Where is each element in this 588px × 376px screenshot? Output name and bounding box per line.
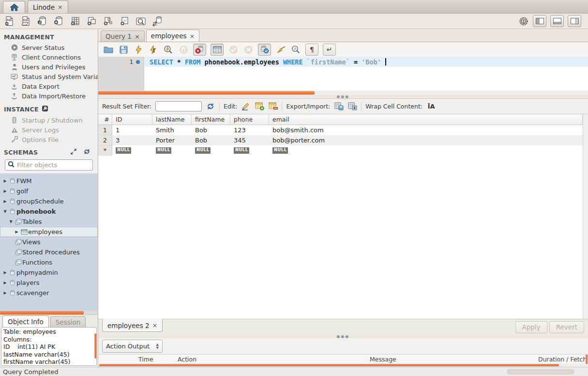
toggle-left-panel-button[interactable] [533, 15, 546, 27]
new-sql-tab-icon[interactable]: SQL [4, 16, 15, 27]
find-icon[interactable]: A [290, 44, 301, 55]
limit-rows-button[interactable] [211, 44, 224, 56]
import-records-icon[interactable] [347, 102, 357, 111]
chevron-right-icon[interactable]: ▶ [2, 189, 8, 193]
close-icon[interactable]: × [58, 4, 63, 10]
sidebar-item-startup-shutdown[interactable]: Startup / Shutdown [0, 115, 98, 125]
sidebar-item-data-import[interactable]: Data Import/Restore [0, 91, 98, 101]
execute-current-statement-icon[interactable] [148, 44, 159, 55]
chevron-down-icon[interactable]: ▼ [2, 209, 8, 214]
column-header-phone[interactable]: phone [230, 114, 269, 125]
create-function-icon[interactable]: () [119, 16, 130, 27]
cell-lastname[interactable]: Porter [152, 135, 192, 145]
tree-item-table-employees[interactable]: ▶ employees [0, 227, 98, 237]
scrollbar-thumb[interactable] [94, 333, 96, 359]
search-table-data-icon[interactable] [136, 16, 146, 27]
delete-row-icon[interactable] [268, 102, 278, 111]
open-sql-script-icon[interactable]: SQL [20, 16, 31, 27]
chevron-down-icon[interactable]: ▼ [8, 219, 14, 224]
null-badge[interactable]: NULL [234, 147, 249, 154]
null-badge[interactable]: NULL [156, 147, 171, 154]
editor-horizontal-scrollbar[interactable] [98, 91, 588, 95]
output-col-action[interactable]: Action [175, 355, 367, 364]
sidebar-item-options-file[interactable]: Options File [0, 135, 98, 144]
toggle-autocommit-button[interactable] [258, 44, 271, 56]
cell-firstname[interactable]: Bob [192, 125, 230, 135]
toggle-word-wrap-button[interactable]: ↵ [323, 44, 336, 56]
inspect-database-icon[interactable]: i [37, 16, 47, 27]
home-tab[interactable] [3, 1, 25, 13]
add-row-icon[interactable] [255, 102, 264, 111]
column-header-email[interactable]: email [269, 114, 583, 125]
wrap-cell-content-icon[interactable]: ĪA [426, 102, 436, 111]
tab-employees[interactable]: employees × [146, 30, 200, 42]
tree-item-schema[interactable]: ▶ players [0, 278, 98, 288]
settings-gear-icon[interactable] [518, 16, 529, 27]
results-output-splitter[interactable]: ●●● [98, 335, 588, 338]
editor-results-splitter[interactable]: ●●● [98, 95, 588, 98]
scrollbar-thumb[interactable] [98, 91, 315, 94]
new-row-marker[interactable]: * [98, 145, 112, 156]
explain-query-icon[interactable] [163, 44, 174, 55]
revert-button[interactable]: Revert [549, 321, 584, 333]
close-icon[interactable]: × [135, 33, 140, 40]
chevron-right-icon[interactable]: ▶ [14, 230, 20, 234]
beautify-script-icon[interactable] [275, 44, 286, 55]
tree-item-schema[interactable]: ▶ scavenger [0, 288, 98, 298]
null-badge[interactable]: NULL [116, 147, 131, 154]
cell-email[interactable]: bob@porter.com [269, 135, 583, 145]
create-schema-icon[interactable] [53, 16, 64, 27]
refresh-schemas-icon[interactable] [84, 149, 90, 156]
output-type-select[interactable]: Action Output ▲▼ [102, 340, 163, 353]
show-invisibles-button[interactable]: ¶ [305, 44, 318, 56]
cell-phone[interactable]: 345 [230, 135, 269, 145]
sidebar-item-data-export[interactable]: Data Export [0, 81, 98, 91]
execute-query-icon[interactable] [133, 44, 144, 55]
cell-firstname[interactable]: Bob [192, 135, 230, 145]
save-icon[interactable] [118, 44, 129, 55]
apply-button[interactable]: Apply [515, 321, 547, 333]
sql-code-editor[interactable]: 1 SELECT * FROM phonebook.employees WHER… [98, 57, 588, 91]
tree-item-functions[interactable]: Functions [0, 257, 98, 267]
column-header-firstname[interactable]: firstName [192, 114, 230, 125]
chevron-right-icon[interactable]: ▶ [2, 179, 8, 183]
cell-id[interactable]: 3 [112, 135, 152, 145]
sql-statement[interactable]: SELECT * FROM phonebook.employees WHERE … [150, 57, 386, 67]
row-number[interactable]: 2 [98, 135, 112, 145]
rollback-icon[interactable] [243, 44, 254, 55]
column-header-id[interactable]: ID [112, 114, 152, 125]
cell-email[interactable]: bob@smith.com [269, 125, 583, 135]
scrollbar-thumb[interactable] [586, 355, 588, 364]
close-icon[interactable]: × [152, 322, 158, 329]
sidebar-item-client-connections[interactable]: Client Connections [0, 52, 98, 62]
cell-lastname[interactable]: Smith [152, 125, 192, 135]
sidebar-item-server-status[interactable]: Server Status [0, 43, 98, 52]
column-header-rownum[interactable]: # [98, 114, 112, 125]
tab-query-1[interactable]: Query 1 × [101, 31, 145, 42]
stop-query-icon[interactable] [178, 44, 189, 55]
result-filter-input[interactable] [155, 101, 202, 111]
toggle-bottom-panel-button[interactable] [550, 15, 564, 27]
connection-tab[interactable]: Linode × [28, 0, 68, 13]
cell-id[interactable]: 1 [112, 125, 152, 135]
tree-item-views[interactable]: Views [0, 237, 98, 247]
chevron-right-icon[interactable]: ▶ [2, 291, 8, 295]
grid-vertical-scrollbar[interactable] [583, 114, 588, 319]
status-scrollbar-thumb[interactable] [507, 369, 574, 375]
scrollbar-thumb[interactable] [0, 311, 84, 314]
sidebar-item-status-system-variables[interactable]: Status and System Variables [0, 72, 98, 81]
tree-item-stored-procedures[interactable]: Stored Procedures [0, 247, 98, 257]
tree-item-schema[interactable]: ▶ groupSchedule [0, 196, 98, 206]
chevron-right-icon[interactable]: ▶ [2, 199, 8, 204]
create-table-icon[interactable] [70, 16, 80, 27]
chevron-right-icon[interactable]: ▶ [2, 281, 8, 285]
chevron-right-icon[interactable]: ▶ [2, 270, 8, 275]
expand-panel-icon[interactable] [71, 149, 76, 156]
tab-session[interactable]: Session [50, 316, 86, 327]
tree-item-tables[interactable]: ▼ Tables [0, 217, 98, 227]
data-transfer-icon[interactable] [152, 16, 163, 27]
sidebar-horizontal-scrollbar[interactable] [0, 311, 98, 314]
export-recordset-icon[interactable] [334, 102, 344, 111]
tab-object-info[interactable]: Object Info [2, 315, 49, 327]
open-file-icon[interactable] [103, 44, 114, 55]
